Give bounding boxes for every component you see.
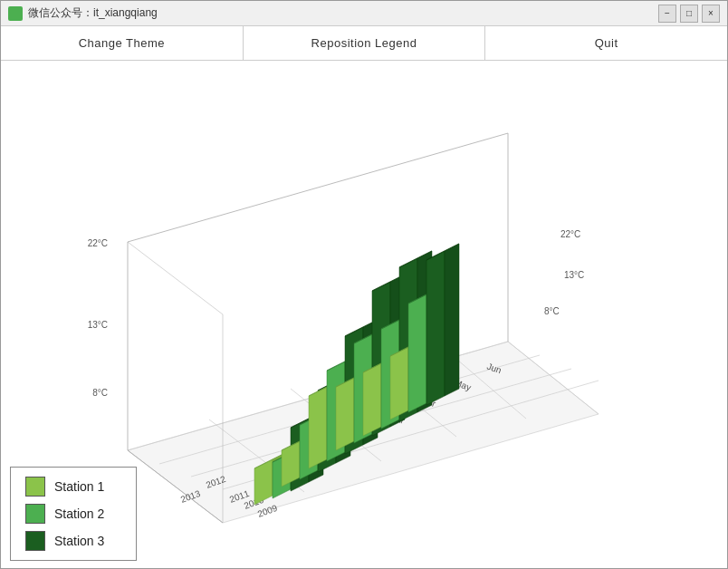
quit-button[interactable]: Quit: [485, 26, 727, 60]
svg-text:8°C: 8°C: [92, 388, 108, 398]
maximize-button[interactable]: □: [680, 5, 698, 23]
title-bar: 微信公众号：it_xiangqiang − □ ×: [1, 1, 727, 26]
window-title: 微信公众号：it_xiangqiang: [28, 5, 658, 21]
legend-item-station1: Station 1: [25, 477, 121, 497]
svg-marker-87: [445, 244, 459, 396]
change-theme-button[interactable]: Change Theme: [1, 26, 244, 60]
legend-item-station2: Station 2: [25, 504, 121, 524]
legend-label-station2: Station 2: [54, 506, 104, 521]
window-controls: − □ ×: [658, 5, 720, 23]
toolbar: Change Theme Reposition Legend Quit: [1, 26, 727, 61]
svg-marker-62: [336, 378, 354, 450]
svg-text:13°C: 13°C: [564, 270, 584, 280]
svg-text:8°C: 8°C: [544, 306, 560, 316]
svg-text:13°C: 13°C: [88, 320, 108, 330]
legend-label-station1: Station 1: [54, 479, 104, 494]
legend-item-station3: Station 3: [25, 531, 121, 551]
minimize-button[interactable]: −: [658, 5, 676, 23]
main-content: 22°C 13°C 8°C 22°C 13°C 8°C 2013 2012 20…: [1, 61, 728, 569]
svg-marker-83: [408, 294, 426, 412]
svg-marker-80: [390, 347, 408, 420]
legend-color-station1: [25, 477, 45, 497]
svg-marker-53: [309, 387, 327, 468]
svg-marker-71: [363, 363, 381, 436]
legend: Station 1 Station 2 Station 3: [10, 467, 137, 561]
legend-color-station3: [25, 531, 45, 551]
svg-text:22°C: 22°C: [560, 229, 580, 239]
legend-color-station2: [25, 504, 45, 524]
close-button[interactable]: ×: [702, 5, 720, 23]
legend-label-station3: Station 3: [54, 534, 104, 548]
reposition-legend-button[interactable]: Reposition Legend: [244, 26, 486, 60]
app-icon: [8, 6, 23, 21]
svg-text:22°C: 22°C: [88, 238, 108, 248]
svg-marker-86: [426, 251, 445, 405]
